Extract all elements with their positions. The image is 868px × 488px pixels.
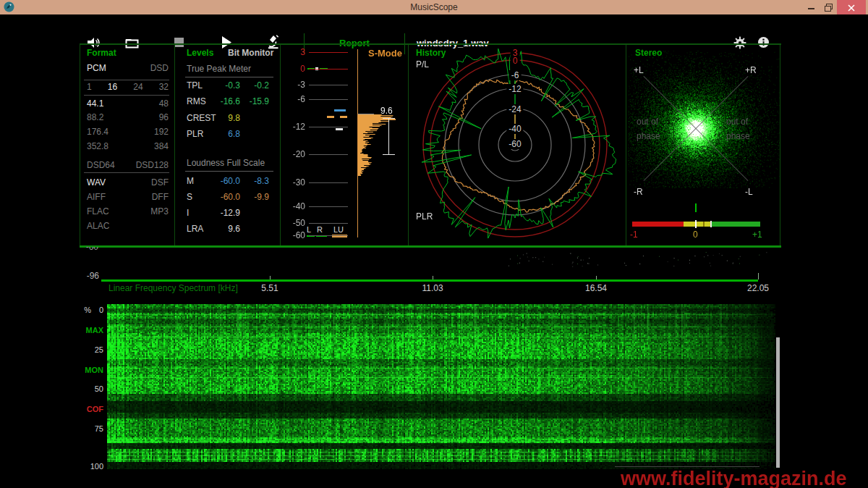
spectrogram-axis-label: 50	[82, 384, 103, 393]
restore-button[interactable]	[820, 0, 836, 14]
format-option: DSD128	[136, 160, 169, 170]
spectrogram-bottom-line	[615, 466, 760, 467]
tab-bit-monitor[interactable]: Bit Monitor	[228, 48, 273, 58]
format-row: 1162432	[87, 82, 169, 92]
history-plr-label: PLR	[416, 211, 433, 222]
frequency-tick	[433, 276, 433, 279]
level-row-value: -9.9	[233, 192, 269, 202]
tab-levels[interactable]: Levels	[187, 48, 213, 58]
history-ring-label: -40	[506, 124, 523, 134]
format-option: 24	[133, 82, 142, 92]
history-panel-title: History	[416, 48, 446, 58]
history-ring-label: -24	[506, 104, 523, 114]
loudness-marker	[340, 116, 347, 118]
spectrogram-axis-label: COF	[82, 405, 103, 413]
toolbar: Report windsdry_1.wav	[0, 14, 868, 43]
format-option: WAV	[87, 177, 106, 188]
panel-separator	[280, 45, 281, 245]
format-option: DSF	[151, 177, 169, 188]
format-option: 32	[159, 82, 169, 92]
plr-marker	[334, 109, 346, 112]
history-ring-label: -60	[506, 139, 523, 149]
level-row-value: 9.8	[197, 113, 240, 123]
stop-button[interactable]	[174, 38, 184, 47]
panel-separator	[80, 45, 80, 245]
minimize-icon	[808, 8, 814, 9]
history-pl-label: P/L	[416, 59, 429, 70]
format-row: PCMDSD	[87, 63, 169, 73]
correlation-bar-red	[632, 222, 684, 227]
meter-tick-line	[309, 182, 348, 183]
spectrum-db-label: -96	[76, 271, 99, 281]
format-row: WAVDSF	[87, 177, 169, 188]
stereo-corner-pr: +R	[745, 65, 757, 75]
meter-tick-label: -12	[284, 122, 305, 132]
level-row-value: -8.3	[233, 176, 269, 186]
correlation-bar-green	[711, 222, 760, 227]
correlation-min-label: -1	[630, 230, 638, 240]
correlation-zero-marker	[695, 220, 697, 228]
format-option: 352.8	[87, 141, 109, 151]
lra-range-cap	[383, 118, 395, 119]
frequency-tick-label: 16.54	[578, 283, 614, 293]
format-option: 384	[154, 141, 169, 151]
panel-separator	[408, 45, 409, 245]
meter-tick-label: -50	[284, 218, 305, 228]
format-row: DSD64DSD128	[87, 160, 169, 170]
spectrogram-axis-label: MAX	[82, 326, 103, 335]
meter-tick-line	[309, 235, 348, 236]
channel-label-l: L	[307, 225, 311, 234]
format-option: 96	[159, 112, 169, 122]
format-divider	[84, 95, 169, 96]
frequency-tick-label: 11.03	[414, 283, 451, 293]
frequency-tick-label: 5.51	[252, 283, 288, 293]
format-row: AIFFDFF	[87, 192, 169, 202]
meter-tick-label: -3	[284, 80, 305, 90]
format-option: 192	[154, 127, 169, 137]
format-option: 1	[87, 82, 92, 92]
format-option: ALAC	[87, 221, 109, 231]
watermark: www.fidelity-magazin.de	[621, 468, 847, 488]
history-ring-label: 0	[511, 56, 520, 66]
format-row: 176.4192	[87, 127, 169, 137]
meter-tick-label: 0	[284, 64, 305, 74]
format-option: DSD	[150, 63, 169, 73]
out-of-phase-label: out ofphase	[726, 114, 750, 143]
format-divider	[84, 172, 169, 173]
loudness-title: Loudness Full Scale	[187, 158, 265, 168]
close-button[interactable]	[837, 0, 866, 14]
format-option: PCM	[87, 63, 106, 73]
level-row-label: S	[187, 192, 192, 202]
meter-tick-line	[309, 154, 348, 155]
format-row: ALAC	[87, 221, 169, 231]
close-icon	[848, 4, 855, 14]
level-row-label: I	[187, 208, 189, 218]
format-option: 88.2	[87, 112, 103, 122]
spectrogram-canvas	[107, 304, 775, 469]
vertical-scrollbar[interactable]	[776, 337, 780, 468]
meter-tick-label: -40	[284, 201, 305, 211]
stereo-panel-title: Stereo	[635, 48, 662, 58]
meter-tick-line	[309, 69, 348, 70]
level-row-value: -15.9	[233, 96, 269, 106]
musicscope-window: MusicScope	[0, 0, 868, 488]
format-option: 176.4	[87, 127, 109, 137]
minimize-button[interactable]	[803, 0, 819, 14]
meter-tick-label: 3	[284, 47, 305, 57]
level-row-value: 9.6	[197, 224, 240, 234]
format-row: 88.296	[87, 112, 169, 122]
lra-range-cap	[383, 154, 395, 155]
smode-label: S-Mode	[368, 48, 402, 59]
format-option: MP3	[150, 206, 169, 216]
spectrogram-axis-label: 0	[82, 306, 103, 314]
spectrogram-axis-label: 100	[82, 462, 103, 471]
spectrogram-axis-label: 25	[82, 345, 103, 354]
meter-tick-line	[309, 99, 348, 100]
true-peak-title: True Peak Meter	[187, 64, 251, 74]
spectrogram-axis-label: 75	[82, 424, 103, 433]
format-option: FLAC	[87, 206, 109, 216]
clipped-db-label: -60	[78, 247, 100, 253]
divider	[185, 171, 273, 172]
lra-value: 9.6	[380, 106, 393, 116]
frequency-tick-label: 22.05	[740, 283, 776, 293]
